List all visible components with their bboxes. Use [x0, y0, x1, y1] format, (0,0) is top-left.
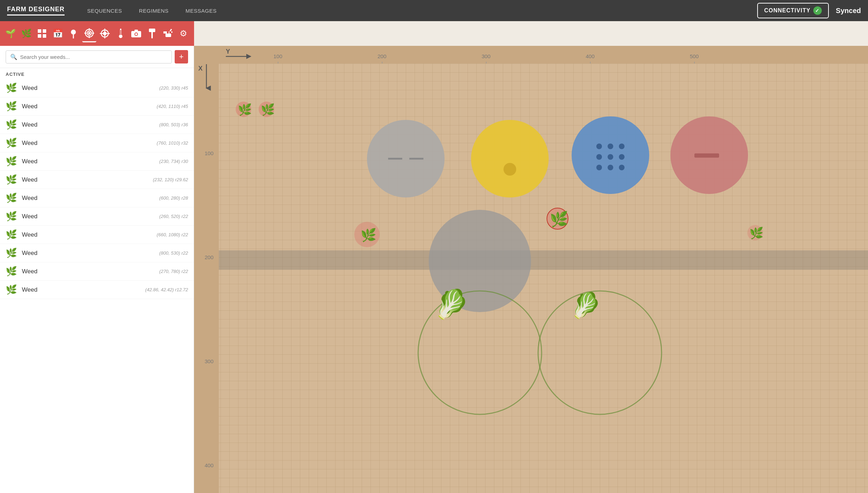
weed-list: 🌿 Weed (220, 330) r45 🌿 Weed (420, 1110)…: [0, 79, 194, 493]
svg-rect-23: [134, 30, 138, 31]
svg-rect-0: [38, 29, 41, 33]
sidebar: 🔍 + ACTIVE 🌿 Weed (220, 330) r45 🌿 Weed …: [0, 46, 194, 493]
weed-icon: 🌿: [6, 266, 17, 277]
nav-links: SEQUENCES REGIMENS MESSAGES: [79, 8, 225, 14]
svg-point-30: [171, 31, 173, 33]
weed-coords: (800, 530) r22: [159, 250, 188, 256]
toolbar-plant-icon[interactable]: 🌿: [19, 25, 34, 42]
weed-list-item[interactable]: 🌿 Weed (420, 1110) r45: [0, 97, 194, 116]
weed-coords: (230, 734) r30: [159, 159, 188, 164]
weed-name: Weed: [22, 103, 152, 110]
weed-coords: (270, 780) r22: [159, 269, 188, 274]
weed-coords: (42.86, 42.42) r12.72: [145, 287, 188, 292]
weed-name: Weed: [22, 85, 154, 92]
weed-coords: (232, 120) r29.62: [153, 177, 188, 182]
weed-list-item[interactable]: 🌿 Weed (232, 120) r29.62: [0, 171, 194, 189]
nav-right: CONNECTIVITY ✓ Synced: [757, 3, 861, 18]
grid-background: [194, 46, 868, 493]
weed-name: Weed: [22, 140, 152, 147]
weed-icon: 🌿: [6, 229, 17, 240]
weed-list-item[interactable]: 🌿 Weed (800, 530) r22: [0, 244, 194, 262]
weed-list-item[interactable]: 🌿 Weed (600, 280) r28: [0, 189, 194, 207]
svg-rect-2: [38, 34, 41, 38]
svg-rect-1: [43, 29, 46, 33]
toolbar-grid-icon[interactable]: [35, 25, 49, 42]
toolbar-crosshair-icon[interactable]: [98, 25, 112, 42]
search-bar: 🔍 +: [0, 46, 194, 68]
connectivity-button[interactable]: CONNECTIVITY ✓: [757, 3, 829, 18]
weed-list-item[interactable]: 🌿 Weed (260, 520) r22: [0, 207, 194, 226]
weed-name: Weed: [22, 286, 140, 293]
svg-point-8: [89, 32, 90, 34]
weed-name: Weed: [22, 158, 154, 165]
weed-icon: 🌿: [6, 248, 17, 258]
weed-coords: (220, 330) r45: [159, 85, 188, 91]
connectivity-check-icon: ✓: [813, 6, 822, 15]
toolbar-pin-icon[interactable]: [66, 25, 81, 42]
top-nav: FARM DESIGNER SEQUENCES REGIMENS MESSAGE…: [0, 0, 868, 21]
weed-icon: 🌿: [6, 138, 17, 148]
svg-point-22: [135, 33, 137, 35]
weed-name: Weed: [22, 121, 154, 128]
nav-link-messages[interactable]: MESSAGES: [177, 8, 225, 14]
nav-brand[interactable]: FARM DESIGNER: [7, 6, 65, 16]
svg-point-31: [170, 29, 172, 30]
weed-list-item[interactable]: 🌿 Weed (42.86, 42.42) r12.72: [0, 281, 194, 299]
svg-rect-19: [120, 30, 121, 35]
nav-link-sequences[interactable]: SEQUENCES: [79, 8, 131, 14]
nav-link-regimens[interactable]: REGIMENS: [131, 8, 177, 14]
weed-icon: 🌿: [6, 83, 17, 93]
weed-icon: 🌿: [6, 211, 17, 222]
weed-coords: (600, 280) r28: [159, 195, 188, 201]
farm-map[interactable]: Y X 100 200 300 400 500 100: [194, 46, 868, 493]
weed-name: Weed: [22, 231, 152, 238]
weed-name: Weed: [22, 268, 154, 275]
weed-list-item[interactable]: 🌿 Weed (270, 780) r22: [0, 262, 194, 281]
toolbar-settings-icon[interactable]: ⚙: [176, 25, 191, 42]
weed-coords: (420, 1110) r45: [157, 104, 188, 109]
weed-name: Weed: [22, 195, 154, 202]
weed-icon: 🌿: [6, 174, 17, 185]
weed-list-item[interactable]: 🌿 Weed (800, 503) r36: [0, 116, 194, 134]
toolbar-target-icon[interactable]: [82, 25, 97, 42]
weed-list-item[interactable]: 🌿 Weed (760, 1010) r32: [0, 134, 194, 152]
search-icon: 🔍: [10, 54, 17, 60]
toolbar-calendar-icon[interactable]: 📅: [51, 25, 65, 42]
weed-list-item[interactable]: 🌿 Weed (220, 330) r45: [0, 79, 194, 97]
toolbar-spray-icon[interactable]: [161, 25, 175, 42]
weed-icon: 🌿: [6, 119, 17, 130]
main-layout: 🔍 + ACTIVE 🌿 Weed (220, 330) r45 🌿 Weed …: [0, 46, 868, 493]
weed-coords: (760, 1010) r32: [157, 140, 188, 146]
svg-rect-25: [151, 31, 153, 38]
toolbar-camera-icon[interactable]: [129, 25, 144, 42]
weed-name: Weed: [22, 176, 148, 183]
synced-status: Synced: [836, 7, 861, 15]
weed-name: Weed: [22, 213, 154, 220]
search-input[interactable]: [20, 54, 167, 60]
weed-icon: 🌿: [6, 193, 17, 203]
weed-list-item[interactable]: 🌿 Weed (660, 1080) r22: [0, 226, 194, 244]
svg-point-4: [71, 30, 76, 35]
search-input-wrap: 🔍: [6, 50, 172, 63]
weed-icon: 🌿: [6, 156, 17, 167]
toolbar-thermometer-icon[interactable]: [114, 25, 128, 42]
toolbar: 🌱 🌿 📅: [0, 21, 194, 46]
connectivity-label: CONNECTIVITY: [764, 7, 810, 14]
weed-icon: 🌿: [6, 284, 17, 295]
svg-rect-3: [43, 34, 46, 38]
svg-rect-26: [165, 34, 171, 37]
weed-coords: (260, 520) r22: [159, 214, 188, 219]
svg-rect-27: [163, 31, 167, 34]
weed-coords: (660, 1080) r22: [157, 232, 188, 237]
toolbar-seedling-icon[interactable]: 🌱: [4, 25, 18, 42]
svg-point-18: [119, 35, 122, 38]
section-active-label: ACTIVE: [0, 68, 194, 79]
weed-list-item[interactable]: 🌿 Weed (230, 734) r30: [0, 152, 194, 171]
weed-name: Weed: [22, 250, 154, 257]
toolbar-tool-icon[interactable]: [145, 25, 159, 42]
weed-coords: (800, 503) r36: [159, 122, 188, 127]
weed-icon: 🌿: [6, 101, 17, 112]
add-weed-button[interactable]: +: [175, 50, 188, 63]
